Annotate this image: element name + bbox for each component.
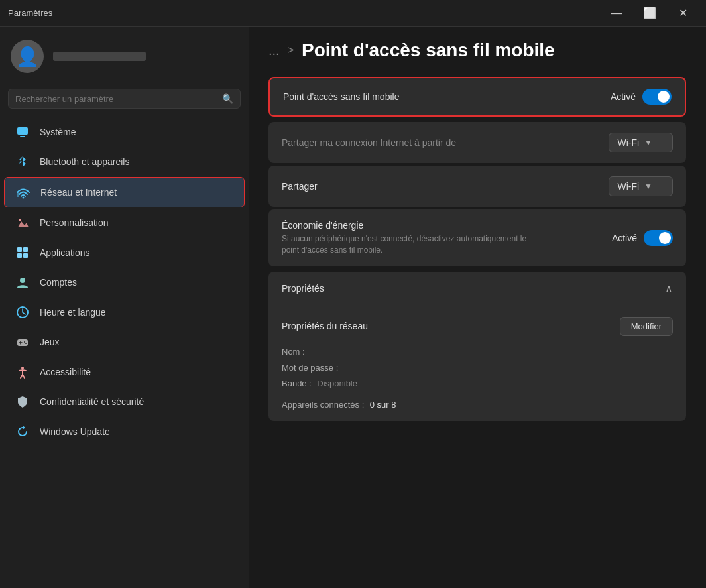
- share-from-dropdown[interactable]: Wi-Fi ▼: [609, 133, 673, 152]
- svg-point-12: [24, 341, 25, 343]
- update-icon: [15, 424, 30, 440]
- share-via-row: Partager Wi-Fi ▼: [282, 176, 673, 196]
- sidebar-item-perso-label: Personnalisation: [40, 217, 109, 228]
- sidebar-item-perso[interactable]: Personnalisation: [4, 208, 245, 237]
- title-bar-controls: — ⬜ ✕: [601, 3, 698, 24]
- main-toggle-card: Point d'accès sans fil mobile Activé: [268, 77, 686, 117]
- main-toggle-right: Activé: [611, 89, 672, 105]
- energy-saving-right: Activé: [612, 230, 673, 246]
- close-button[interactable]: ✕: [668, 3, 698, 24]
- sidebar-item-systeme-label: Système: [40, 127, 76, 137]
- svg-point-2: [23, 197, 25, 199]
- energy-saving-toggle[interactable]: [644, 230, 673, 246]
- modify-button[interactable]: Modifier: [620, 317, 673, 336]
- sidebar-item-jeux-label: Jeux: [40, 337, 60, 347]
- sidebar-item-confidentialite[interactable]: Confidentialité et sécurité: [4, 387, 245, 416]
- svg-rect-6: [23, 247, 28, 252]
- title-bar-left: Paramètres: [8, 8, 52, 18]
- sidebar-item-update[interactable]: Windows Update: [4, 417, 245, 446]
- user-name-placeholder: [53, 52, 146, 61]
- properties-section: Propriétés ∧ Propriétés du réseau Modifi…: [268, 272, 686, 421]
- gaming-icon: [15, 334, 30, 350]
- energy-saving-card: Économie d'énergie Si aucun périphérique…: [268, 209, 686, 266]
- search-icon: 🔍: [222, 93, 233, 104]
- prop-appareils-key: Appareils connectés :: [282, 400, 364, 410]
- network-icon: [15, 184, 31, 200]
- share-from-row: Partager ma connexion Internet à partir …: [282, 133, 673, 152]
- system-icon: [15, 124, 30, 140]
- privacy-icon: [15, 394, 30, 410]
- avatar: 👤: [11, 40, 44, 73]
- sidebar-item-systeme[interactable]: Système: [4, 117, 245, 147]
- prop-bande-value: Disponible: [317, 379, 357, 388]
- avatar-icon: 👤: [16, 46, 39, 68]
- breadcrumb-arrow: >: [288, 44, 294, 56]
- apps-icon: [15, 245, 30, 261]
- search-box[interactable]: 🔍: [8, 89, 241, 109]
- sidebar-item-heure[interactable]: Heure et langue: [4, 298, 245, 327]
- share-from-dropdown-arrow: ▼: [644, 138, 652, 147]
- share-via-dropdown[interactable]: Wi-Fi ▼: [609, 176, 673, 196]
- maximize-button[interactable]: ⬜: [634, 3, 665, 24]
- svg-rect-5: [17, 247, 22, 252]
- accessibility-icon: [15, 364, 30, 380]
- search-input[interactable]: [15, 94, 217, 104]
- svg-rect-1: [20, 136, 25, 137]
- energy-saving-description: Si aucun périphérique n'est connecté, dé…: [282, 233, 534, 256]
- prop-appareils-row: Appareils connectés : 0 sur 8: [282, 398, 673, 410]
- sidebar-item-comptes[interactable]: Comptes: [4, 268, 245, 297]
- sidebar-item-apps[interactable]: Applications: [4, 238, 245, 267]
- sidebar-item-bluetooth[interactable]: Bluetooth et appareils: [4, 147, 245, 176]
- sidebar-item-accessibilite[interactable]: Accessibilité: [4, 357, 245, 386]
- network-props-label: Propriétés du réseau: [282, 321, 368, 331]
- page-header: ... > Point d'accès sans fil mobile: [268, 27, 686, 77]
- title-bar: Paramètres — ⬜ ✕: [0, 0, 706, 27]
- personalization-icon: [15, 215, 30, 231]
- share-from-card: Partager ma connexion Internet à partir …: [268, 122, 686, 163]
- title-bar-title: Paramètres: [8, 8, 52, 18]
- properties-body: Propriétés du réseau Modifier Nom : Mot …: [268, 306, 686, 421]
- sidebar-item-accessibilite-label: Accessibilité: [40, 367, 91, 377]
- prop-nom-row: Nom :: [282, 345, 673, 357]
- main-toggle-label: Point d'accès sans fil mobile: [283, 91, 399, 102]
- energy-saving-label: Économie d'énergie: [282, 220, 534, 231]
- svg-point-13: [25, 343, 27, 344]
- sidebar-item-confidentialite-label: Confidentialité et sécurité: [40, 396, 144, 407]
- energy-saving-status: Activé: [612, 233, 637, 243]
- prop-bande-key: Bande :: [282, 379, 312, 388]
- accounts-icon: [15, 274, 30, 290]
- sidebar-item-bluetooth-label: Bluetooth et appareils: [40, 156, 129, 167]
- prop-mdp-key: Mot de passe :: [282, 363, 338, 373]
- prop-appareils-value: 0 sur 8: [370, 400, 396, 410]
- svg-point-9: [20, 278, 25, 283]
- properties-header[interactable]: Propriétés ∧: [268, 272, 686, 306]
- properties-collapse-icon: ∧: [665, 282, 673, 295]
- prop-mdp-row: Mot de passe :: [282, 361, 673, 373]
- bluetooth-icon: [15, 154, 30, 170]
- user-section: 👤: [0, 27, 249, 84]
- sidebar-item-reseau-label: Réseau et Internet: [40, 187, 117, 198]
- share-via-label: Partager: [282, 181, 318, 192]
- time-icon: [15, 304, 30, 320]
- share-via-value: Wi-Fi: [617, 181, 639, 192]
- main-toggle-switch[interactable]: [642, 89, 672, 105]
- share-via-card: Partager Wi-Fi ▼: [268, 166, 686, 207]
- prop-bande-row: Bande : Disponible: [282, 377, 673, 389]
- svg-rect-0: [17, 127, 28, 135]
- svg-rect-7: [17, 253, 22, 258]
- sidebar-item-jeux[interactable]: Jeux: [4, 327, 245, 357]
- sidebar-item-apps-label: Applications: [40, 247, 90, 258]
- sidebar-item-comptes-label: Comptes: [40, 277, 77, 288]
- sidebar-nav: Système Bluetooth et appareils: [0, 117, 249, 447]
- minimize-button[interactable]: —: [601, 3, 632, 24]
- share-from-label: Partager ma connexion Internet à partir …: [282, 137, 456, 148]
- share-via-dropdown-arrow: ▼: [644, 182, 652, 191]
- share-from-value: Wi-Fi: [617, 137, 639, 148]
- app-container: 👤 🔍 Système: [0, 27, 706, 588]
- breadcrumb-dots[interactable]: ...: [268, 43, 280, 58]
- energy-saving-row: Économie d'énergie Si aucun périphérique…: [282, 220, 673, 256]
- properties-header-label: Propriétés: [282, 283, 324, 294]
- main-toggle-row: Point d'accès sans fil mobile Activé: [283, 89, 672, 105]
- svg-point-14: [21, 367, 24, 369]
- sidebar-item-reseau[interactable]: Réseau et Internet: [4, 177, 245, 207]
